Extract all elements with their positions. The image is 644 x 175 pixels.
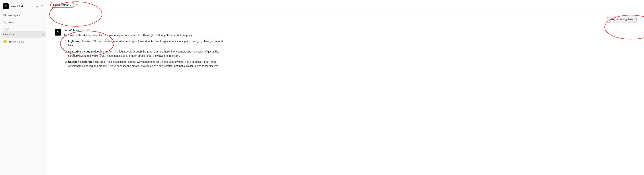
ai-response-list: Light from the sun : The sun emits light… — [64, 39, 228, 68]
sidebar-item-workspace[interactable]: ⊞ Workspace — [2, 12, 46, 18]
sidebar-brand: OI New Chat — [3, 3, 23, 9]
user-message-text: why is the sky blue — [610, 18, 633, 21]
menu-button[interactable]: ☰ — [40, 4, 44, 9]
ai-avatar: OI — [55, 29, 61, 36]
sidebar-item-new-chat-left: New Chat — [3, 33, 14, 36]
empty-query-emoji: 😒 — [3, 40, 7, 43]
empty-query-label: Empty Query — [9, 40, 24, 43]
ai-timestamp: 8:12 PM — [82, 29, 90, 32]
list-item-1-bold: Light from the sun — [68, 40, 91, 43]
ai-message-text: The color of the sky appears blue becaus… — [64, 33, 228, 68]
list-item-2: Scattering by tiny molecules : When this… — [68, 50, 228, 58]
menu-icon: ☰ — [41, 4, 44, 8]
ai-intro-text: The color of the sky appears blue becaus… — [64, 33, 228, 37]
list-item-3-bold: Rayleigh scattering — [68, 60, 92, 63]
list-item-1: Light from the sun : The sun emits light… — [68, 39, 228, 48]
sidebar-item-empty-query[interactable]: 😒 Empty Query — [2, 38, 46, 45]
sidebar-item-new-chat[interactable]: New Chat ··· — [2, 31, 46, 38]
ai-message-container: OI llama3:latest 8:12 PM The color of th… — [47, 27, 644, 72]
more-options-icon[interactable]: ··· — [42, 33, 44, 36]
sidebar-top-actions: ✏ ☰ — [35, 4, 44, 9]
ai-model-name: llama3:latest — [64, 28, 80, 32]
list-item-1-text: : The sun emits light of all wavelengths… — [68, 40, 222, 47]
chevron-down-icon: ∨ — [70, 4, 71, 6]
search-icon: 🔍 — [3, 21, 7, 24]
add-tab-button[interactable]: + — [74, 2, 79, 8]
ai-response-oval-wrapper: The color of the sky appears blue becaus… — [64, 33, 228, 70]
main-content: llama3:latest ∨ + why is the sky blue OI — [47, 0, 644, 175]
workspace-icon: ⊞ — [3, 13, 6, 17]
new-chat-button[interactable]: ✏ — [35, 4, 39, 9]
sidebar-item-empty-query-left: 😒 Empty Query — [3, 40, 24, 43]
user-message-bubble: why is the sky blue — [607, 16, 637, 23]
search-label: Search — [8, 21, 16, 24]
new-chat-label: New Chat — [3, 33, 14, 36]
chat-area: why is the sky blue OI llama3:latest 8:1… — [47, 10, 644, 175]
list-item-2-bold: Scattering by tiny molecules — [68, 50, 104, 53]
sidebar-search[interactable]: 🔍 Search — [2, 19, 46, 26]
sidebar-header: OI New Chat ✏ ☰ — [2, 2, 46, 10]
list-item-3: Rayleigh scattering : The small molecule… — [68, 60, 228, 68]
model-name: llama3:latest — [53, 3, 68, 6]
chat-header: llama3:latest ∨ + — [47, 0, 644, 10]
workspace-label: Workspace — [8, 14, 20, 16]
ol-logo: OI — [3, 3, 9, 9]
model-selector-wrapper: llama3:latest ∨ + — [50, 2, 79, 8]
model-selector-button[interactable]: llama3:latest ∨ — [50, 2, 74, 8]
user-message-bubble-wrapper: why is the sky blue — [607, 16, 637, 23]
ai-message-content: llama3:latest 8:12 PM The color of the s… — [64, 28, 228, 70]
sidebar-section-today: Today — [2, 26, 46, 30]
sidebar-brand-label: New Chat — [10, 5, 23, 8]
ai-message-header: llama3:latest 8:12 PM — [64, 28, 228, 32]
sidebar: OI New Chat ✏ ☰ ⊞ Workspace 🔍 Search Tod… — [0, 0, 47, 175]
user-message-container: why is the sky blue — [47, 14, 644, 24]
edit-icon: ✏ — [36, 4, 38, 8]
